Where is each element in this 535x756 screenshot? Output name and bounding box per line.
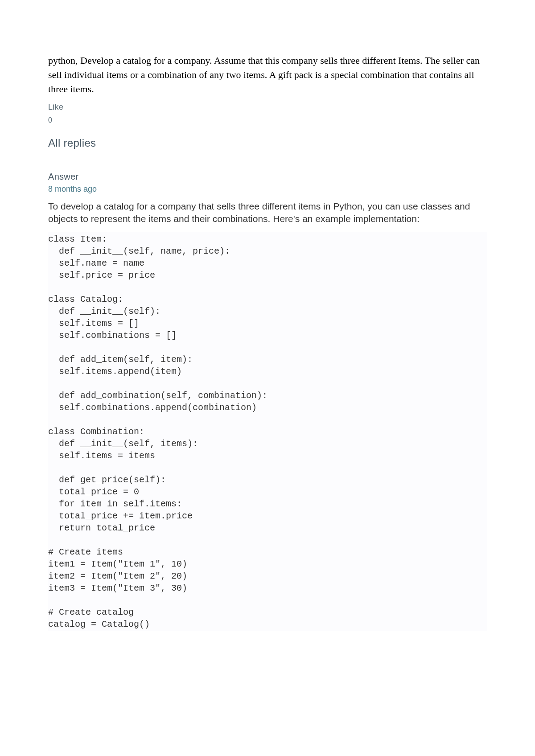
- answer-intro-text: To develop a catalog for a company that …: [48, 200, 487, 226]
- all-replies-heading: All replies: [48, 137, 487, 149]
- like-button[interactable]: Like: [48, 103, 487, 112]
- code-block: class Item: def __init__(self, name, pri…: [48, 232, 487, 631]
- answer-timestamp: 8 months ago: [48, 185, 487, 194]
- answer-label: Answer: [48, 172, 487, 182]
- like-count: 0: [48, 116, 487, 124]
- question-title: python, Develop a catalog for a company.…: [48, 53, 487, 96]
